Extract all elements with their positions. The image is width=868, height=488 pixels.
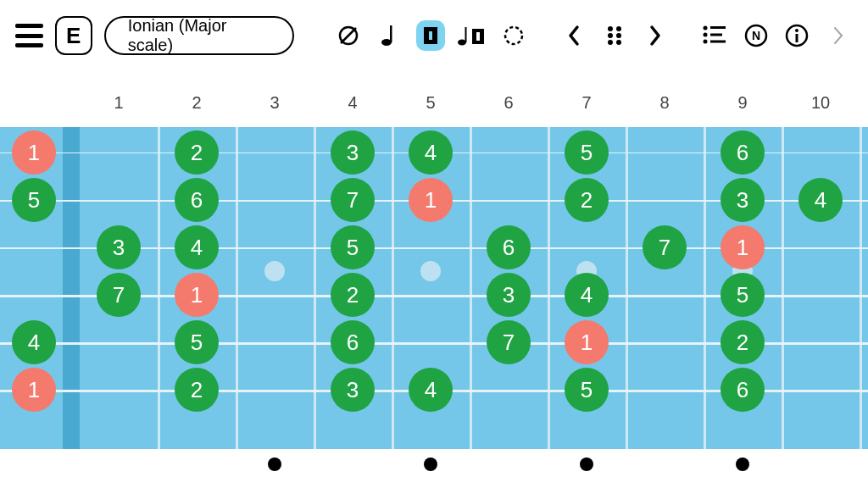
fret-wire [470,127,472,449]
scale-note[interactable]: 4 [409,368,453,412]
scale-note[interactable]: 5 [721,273,765,317]
svg-rect-12 [472,29,484,32]
six-dots-icon[interactable] [600,20,629,51]
fret-wire [236,127,238,449]
fret-number: 5 [426,93,435,113]
root-note[interactable]: 1 [12,130,56,175]
scale-note[interactable]: 2 [175,130,219,175]
fret-wire [782,127,784,449]
root-note[interactable]: 1 [12,368,56,412]
fret-number: 3 [270,93,279,113]
scale-note[interactable]: 3 [97,225,141,269]
svg-rect-7 [424,40,437,44]
svg-point-20 [616,40,621,45]
root-note[interactable]: 1 [721,225,765,269]
scale-note[interactable]: 3 [721,178,765,222]
root-note[interactable]: 1 [409,178,453,222]
fret-number: 6 [504,93,513,113]
note-icon[interactable] [375,20,403,51]
scale-note[interactable]: 7 [331,178,375,222]
nut [63,127,80,449]
root-key-button[interactable]: E [55,16,92,55]
scale-note[interactable]: 6 [721,368,765,412]
fret-wire [314,127,316,449]
menu-icon[interactable] [15,24,43,47]
fret-wire [392,127,394,449]
scale-note[interactable]: 5 [331,225,375,269]
svg-rect-6 [424,27,437,31]
fret-wire [626,127,628,449]
svg-point-21 [704,26,708,30]
scale-note[interactable]: 5 [12,178,56,222]
scale-note[interactable]: 2 [721,320,765,364]
scale-name-button[interactable]: Ionian (Major scale) [104,16,294,55]
svg-point-14 [505,27,522,44]
dashed-circle-icon[interactable] [499,20,528,51]
svg-rect-9 [465,27,467,42]
empty-circle-icon[interactable] [334,20,363,51]
svg-rect-3 [390,25,392,42]
note-interval-icon[interactable] [457,20,487,51]
scale-note[interactable]: 3 [487,273,531,317]
scale-note[interactable]: 4 [409,130,453,175]
scale-note[interactable]: 6 [331,320,375,364]
fret-wire [860,127,862,449]
fretboard-inlay [264,261,285,281]
fret-number: 7 [581,93,591,113]
scale-note[interactable]: 2 [331,273,375,317]
svg-point-16 [616,26,621,31]
scale-note[interactable]: 7 [643,225,687,269]
overflow-chevron-right-icon[interactable] [824,20,853,51]
fret-dot-marker [424,458,437,471]
scale-note[interactable]: 6 [175,178,219,222]
note-names-circle-icon[interactable]: N [742,20,771,51]
svg-point-30 [795,29,798,32]
scale-note[interactable]: 5 [175,320,219,364]
fretboard[interactable]: 1234567567123434567127123456456712312345… [0,127,868,449]
fretboard-area: 1234567891011 12345675671234345671271234… [0,93,868,488]
fret-wire [158,127,160,449]
scale-note[interactable]: 7 [97,273,141,317]
fret-number: 10 [811,93,830,113]
fret-number: 1 [114,93,123,113]
levels-icon[interactable] [700,20,729,51]
svg-point-23 [704,33,708,37]
fret-number: 8 [659,93,669,113]
chevron-right-icon[interactable] [641,20,670,51]
scale-note[interactable]: 5 [565,368,609,412]
svg-rect-31 [796,34,798,42]
scale-note[interactable]: 4 [175,225,219,269]
svg-rect-22 [710,26,726,29]
fret-number: 9 [737,93,747,113]
fret-numbers-row: 1234567891011 [0,93,868,124]
chevron-left-icon[interactable] [559,20,587,51]
scale-note[interactable]: 4 [798,178,843,222]
svg-point-25 [704,40,708,44]
scale-note[interactable]: 2 [175,368,219,412]
root-note[interactable]: 1 [175,273,219,317]
svg-point-15 [608,26,613,31]
scale-note[interactable]: 5 [565,130,609,175]
scale-note[interactable]: 4 [565,273,609,317]
root-note[interactable]: 1 [565,320,609,364]
scale-note[interactable]: 3 [331,130,375,175]
fret-dot-marker [736,458,749,471]
scale-note[interactable]: 7 [487,320,531,364]
fret-number: 4 [348,93,357,113]
scale-note[interactable]: 6 [487,225,531,269]
fret-number: 2 [192,93,201,113]
svg-point-17 [608,33,613,38]
info-circle-icon[interactable] [782,20,811,51]
fret-dot-marker [268,458,281,471]
fret-dot-marker [580,458,593,471]
svg-point-19 [608,40,613,45]
fret-wire [548,127,550,449]
fretboard-inlay [420,261,441,281]
scale-note[interactable]: 6 [721,130,765,175]
scale-note[interactable]: 3 [331,368,375,412]
svg-rect-13 [472,41,484,44]
scale-note[interactable]: 4 [12,320,56,364]
scale-note[interactable]: 2 [565,178,609,222]
interval-mode-icon[interactable] [416,20,445,51]
fret-wire [704,127,706,449]
